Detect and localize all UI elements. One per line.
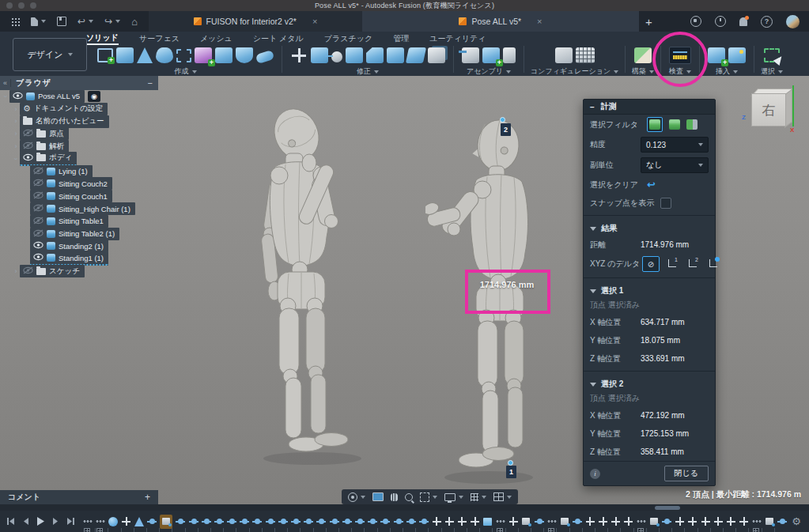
timeline-joint-feature-icon[interactable] bbox=[573, 515, 582, 528]
browser-node[interactable]: Sitting_High Chair (1) bbox=[30, 202, 135, 215]
timeline-group-icon[interactable] bbox=[83, 515, 93, 528]
timeline-component-icon[interactable] bbox=[649, 515, 659, 528]
ribbon-group-label[interactable]: 検査 bbox=[669, 66, 691, 77]
browser-node[interactable]: Sitting Couch2 bbox=[30, 177, 112, 190]
expander-icon[interactable]: › bbox=[12, 155, 20, 163]
expander-icon[interactable]: › bbox=[12, 130, 20, 138]
play-button[interactable] bbox=[36, 516, 45, 526]
timeline-move-feature-icon[interactable] bbox=[611, 515, 621, 528]
split-body-icon[interactable] bbox=[346, 47, 363, 63]
timeline-group-icon[interactable] bbox=[637, 515, 646, 528]
combine-icon[interactable] bbox=[215, 47, 232, 63]
go-to-end-button[interactable] bbox=[66, 517, 75, 526]
visibility-off-icon[interactable] bbox=[33, 229, 43, 239]
ribbon-tab-ソリッド[interactable]: ソリッド bbox=[86, 32, 119, 45]
timeline-joint-feature-icon[interactable] bbox=[535, 515, 544, 528]
home-icon[interactable]: ⌂ bbox=[131, 17, 138, 27]
results-section-header[interactable]: 結果 bbox=[584, 219, 715, 236]
close-tab-icon[interactable]: × bbox=[312, 17, 317, 26]
visibility-off-icon[interactable] bbox=[33, 217, 43, 226]
new-tab-button[interactable]: + bbox=[639, 11, 659, 32]
clear-selection-icon[interactable]: ↩ bbox=[647, 179, 656, 190]
expander-icon[interactable]: › bbox=[12, 142, 20, 150]
timeline-joint-feature-icon[interactable] bbox=[330, 515, 339, 528]
orbit-icon[interactable] bbox=[348, 492, 365, 502]
info-icon[interactable]: i bbox=[590, 469, 600, 479]
ribbon-tab-シート メタル[interactable]: シート メタル bbox=[253, 32, 304, 44]
measure-dialog-header[interactable]: − 計測 bbox=[584, 100, 715, 115]
timeline-move-feature-icon[interactable] bbox=[713, 515, 723, 528]
close-dialog-button[interactable]: 閉じる bbox=[664, 466, 709, 481]
configuration-icon[interactable] bbox=[555, 47, 573, 63]
timeline-joint-feature-icon[interactable] bbox=[355, 515, 365, 528]
component-filter-icon[interactable] bbox=[669, 119, 680, 130]
timeline-body-feature-icon[interactable] bbox=[483, 515, 493, 528]
timeline-move-feature-icon[interactable] bbox=[701, 515, 710, 528]
browser-node[interactable]: 解析 bbox=[20, 140, 69, 153]
close-tab-icon[interactable]: × bbox=[537, 17, 542, 26]
browser-node[interactable]: Sitting Table2 (1) bbox=[30, 228, 119, 240]
ribbon-tab-サーフェス[interactable]: サーフェス bbox=[139, 32, 180, 44]
timeline-joint-feature-icon[interactable] bbox=[342, 515, 352, 528]
pipe-icon[interactable] bbox=[255, 49, 275, 63]
visibility-off-icon[interactable] bbox=[33, 204, 43, 213]
browser-node[interactable]: Sitting Table1 bbox=[30, 215, 108, 228]
timeline-joint-feature-icon[interactable] bbox=[419, 515, 429, 528]
viewport-canvas[interactable]: 2 1 1714.976 mm 右 X Z « ブラウザ − ›Pose ALL… bbox=[0, 76, 809, 504]
display-settings-icon[interactable] bbox=[444, 493, 463, 501]
hole-icon[interactable] bbox=[236, 47, 253, 63]
visibility-off-icon[interactable] bbox=[33, 179, 43, 188]
ribbon-tab-プラスチック[interactable]: プラスチック bbox=[324, 32, 372, 44]
ribbon-group-label[interactable]: 選択 bbox=[761, 66, 783, 77]
browser-node[interactable]: Standing1 (1) bbox=[30, 251, 108, 266]
browser-node[interactable]: Pose ALL v5 bbox=[9, 90, 85, 103]
sweep-icon[interactable] bbox=[156, 47, 173, 63]
help-icon[interactable]: ? bbox=[761, 16, 773, 28]
mannequin-thinking[interactable] bbox=[233, 101, 376, 473]
visibility-on-icon[interactable] bbox=[33, 253, 43, 262]
timeline-move-feature-icon[interactable] bbox=[508, 515, 518, 528]
timeline-joint-feature-icon[interactable] bbox=[304, 515, 313, 528]
insert-image-icon[interactable] bbox=[728, 47, 746, 63]
timeline-joint-feature-icon[interactable] bbox=[368, 515, 377, 528]
timeline-joint-feature-icon[interactable] bbox=[777, 515, 787, 528]
selection2-section-header[interactable]: 選択 2 bbox=[584, 375, 715, 391]
look-at-icon[interactable] bbox=[372, 492, 384, 501]
collapse-panel-icon[interactable]: − bbox=[590, 103, 595, 111]
comments-bar[interactable]: コメント + bbox=[0, 490, 158, 504]
zoom-icon[interactable] bbox=[405, 493, 413, 501]
delta-selection2-button[interactable]: 2 bbox=[685, 256, 701, 270]
timeline-move-feature-icon[interactable] bbox=[688, 515, 697, 528]
timeline-sphere-feature-icon[interactable] bbox=[108, 515, 118, 528]
create-sketch-icon[interactable] bbox=[97, 48, 113, 62]
shell-icon[interactable] bbox=[387, 47, 404, 63]
extrude-icon[interactable] bbox=[116, 47, 134, 63]
browser-node[interactable]: Lying (1) bbox=[30, 165, 93, 178]
timeline-joint-feature-icon[interactable] bbox=[291, 515, 301, 528]
add-comment-button[interactable]: + bbox=[145, 492, 150, 503]
mixed-filter-icon[interactable] bbox=[686, 119, 697, 130]
ribbon-group-label[interactable]: アセンブリ bbox=[467, 66, 511, 77]
workspace-selector[interactable]: デザイン bbox=[13, 38, 87, 71]
ribbon-tab-メッシュ[interactable]: メッシュ bbox=[200, 32, 232, 44]
loft-icon[interactable] bbox=[137, 47, 153, 63]
chamfer-icon[interactable] bbox=[366, 47, 384, 63]
browser-node[interactable]: ボディ bbox=[20, 152, 77, 166]
viewports-icon[interactable] bbox=[493, 492, 512, 501]
timeline-move-feature-icon[interactable] bbox=[624, 515, 633, 528]
timeline-settings-gear-icon[interactable]: ⚙ bbox=[787, 515, 809, 527]
timeline-move-feature-icon[interactable] bbox=[675, 515, 685, 528]
timeline-move-feature-icon[interactable] bbox=[739, 515, 749, 528]
timeline-group-icon[interactable] bbox=[96, 515, 105, 528]
go-to-start-button[interactable] bbox=[6, 517, 15, 526]
timeline-joint-feature-icon[interactable] bbox=[278, 515, 288, 528]
timeline-component-icon[interactable] bbox=[521, 515, 531, 528]
app-grid-icon[interactable] bbox=[11, 17, 20, 26]
snap-points-checkbox[interactable] bbox=[660, 198, 671, 209]
timeline-loft-feature-icon[interactable] bbox=[134, 515, 144, 528]
timeline-scrollbar-thumb[interactable] bbox=[655, 506, 680, 510]
timeline-joint-feature-icon[interactable] bbox=[240, 515, 249, 528]
expander-icon[interactable]: › bbox=[12, 267, 20, 275]
window-close-button[interactable] bbox=[6, 2, 13, 9]
document-tab-interior[interactable]: FUISON for Interior2 v2* × bbox=[149, 11, 362, 32]
